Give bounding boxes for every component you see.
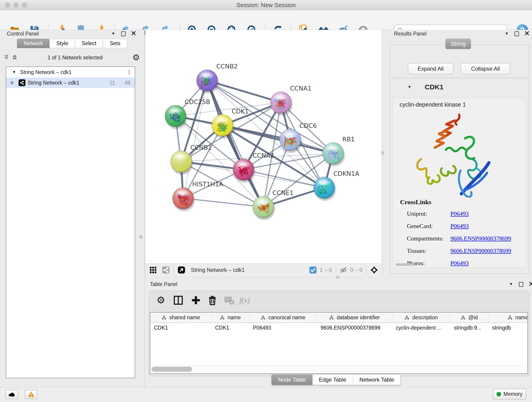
crosslink-compartments-link[interactable]: 9606.ENSP00000378699 (450, 235, 511, 242)
column-header-id[interactable]: @id (450, 313, 488, 322)
network-node-CDKN1A[interactable] (314, 177, 336, 201)
node-label-CCNB1: CCNB1 (190, 144, 212, 151)
results-actions-box: Expand All Collapse All (390, 45, 529, 77)
network-node-CDC25B[interactable] (165, 105, 187, 129)
crosslink-row: Compartments:9606.ENSP00000378699 (407, 232, 521, 245)
results-entry-box: ▼ CDK1 cyclin-dependent kinase 1 (390, 79, 529, 274)
table-row[interactable]: CDK1CDK1P064939606.ENSP00000378699cyclin… (150, 323, 527, 332)
panel-float-icon[interactable] (515, 32, 519, 36)
memory-label: Memory (503, 391, 522, 397)
table-panel-title: Table Panel (150, 281, 177, 287)
node-label-CCNE1: CCNE1 (272, 189, 293, 196)
crosslink-tissues-link[interactable]: 9606.ENSP00000378699 (450, 248, 511, 254)
right-splitter-handle[interactable] (381, 151, 385, 155)
collection-expander-icon[interactable]: ▼ (12, 70, 16, 75)
tab-network[interactable]: Network (17, 39, 50, 48)
toolbar-divider (366, 265, 367, 274)
left-splitter-handle[interactable] (139, 235, 143, 239)
network-node-CCNA1[interactable] (270, 92, 292, 115)
tab-edge-table[interactable]: Edge Table (312, 375, 353, 385)
grid-view-icon[interactable] (149, 266, 157, 274)
column-header-canonical-name[interactable]: canonical name (249, 313, 317, 322)
cloud-icon (8, 392, 16, 397)
network-tree: ▼ String Network – cdk1 1 String Network… (6, 66, 135, 378)
delete-column-icon[interactable] (207, 295, 218, 306)
title-bar: Session: New Session (0, 0, 532, 10)
network-selection-summary: 1 of 1 Network selected (18, 55, 133, 61)
network-node-HIST1H1A[interactable] (172, 187, 195, 211)
table-h-scrollbar-thumb[interactable] (152, 367, 192, 372)
table-h-scrollbar[interactable] (151, 365, 527, 373)
network-node-CDC6[interactable] (280, 129, 302, 153)
collapse-all-button[interactable]: Collapse All (461, 63, 510, 75)
network-node-CCNE1[interactable] (253, 196, 275, 220)
crosslink-uniprot-link[interactable]: P06493 (450, 211, 469, 217)
tab-select[interactable]: Select (75, 39, 103, 48)
cytoscape-window: Session: New Session (0, 0, 532, 402)
network-node-CDK1[interactable] (212, 115, 234, 138)
tab-style[interactable]: Style (50, 39, 75, 48)
panel-float-icon[interactable] (519, 282, 523, 287)
crosslink-row: Uniprot:P06493 (407, 208, 521, 220)
panel-close-icon[interactable] (525, 31, 529, 36)
column-header-description[interactable]: description (392, 313, 450, 322)
network-canvas[interactable]: CCNB2CCNA1CDC25BCDK1CDC6RB1CCNB1CCNA2CDK… (146, 30, 381, 263)
add-column-icon[interactable] (191, 295, 201, 306)
function-builder-icon[interactable]: f(x) (239, 295, 260, 306)
expand-all-button[interactable]: Expand All (408, 63, 453, 75)
fit-content-crosshair-icon[interactable] (370, 266, 378, 274)
tab-node-table[interactable]: Node Table (272, 375, 312, 385)
memory-button[interactable]: Memory (493, 389, 526, 400)
entry-expander-icon[interactable]: ▼ (408, 85, 412, 89)
panel-menu-icon[interactable]: ▼ (111, 32, 115, 36)
collapse-all-networks-icon[interactable] (3, 54, 10, 61)
hidden-elements-icon[interactable] (340, 266, 348, 274)
table-settings-gear-icon[interactable]: ⚙ (156, 295, 166, 306)
edge-CDK1-RB1[interactable] (222, 125, 333, 153)
network-view-title: String Network – cdk1 (191, 267, 245, 273)
main-toolbar: ? (0, 10, 532, 30)
network-node-CCNB2[interactable] (196, 70, 219, 93)
table-cell: 9606.ENSP00000378699 (317, 325, 392, 331)
warnings-button[interactable] (25, 390, 37, 399)
node-table: shared namenamecanonical namedatabase id… (150, 312, 528, 374)
node-label-HIST1H1A: HIST1H1A (192, 181, 223, 188)
results-scrollbar-thumb[interactable] (395, 263, 414, 266)
crosslink-genecard-link[interactable]: P06493 (450, 223, 469, 230)
network-view-toolbar: String Network – cdk1 1 – 0 0 – 0 (146, 263, 381, 276)
tab-network-table[interactable]: Network Table (353, 375, 401, 385)
panel-menu-icon[interactable]: ▼ (509, 282, 513, 287)
tab-string[interactable]: String (445, 38, 471, 49)
birdseye-view-icon[interactable] (177, 266, 185, 274)
network-collection-row[interactable]: ▼ String Network – cdk1 1 (6, 67, 135, 77)
network-options-gear-icon[interactable]: ⚙ (133, 53, 140, 62)
warning-icon (28, 391, 35, 397)
column-header-namespace[interactable]: namespace (488, 313, 528, 322)
crosslink-pharos-link[interactable]: P06493 (450, 260, 469, 267)
panel-menu-icon[interactable]: ▼ (505, 32, 509, 36)
show-columns-icon[interactable] (173, 295, 184, 306)
edge-HIST1H1A-CCNE1[interactable] (183, 198, 263, 207)
column-header-shared-name[interactable]: shared name (150, 313, 211, 322)
entry-description: cyclin-dependent kinase 1 (399, 101, 466, 108)
entry-header[interactable]: ▼ CDK1 (390, 79, 529, 95)
network-share-icon[interactable] (162, 266, 170, 274)
node-label-CDC25B: CDC25B (185, 98, 210, 105)
expand-all-networks-icon[interactable] (12, 54, 18, 61)
column-header-database-identifier[interactable]: database identifier (317, 313, 392, 322)
table-cell: CDK1 (211, 325, 249, 331)
network-row-selected[interactable]: String Network – cdk1 11 48 (6, 77, 135, 88)
node-label-CDC6: CDC6 (299, 122, 317, 129)
network-node-RB1[interactable] (323, 143, 345, 166)
edge-CCNA2-CDKN1A[interactable] (244, 170, 324, 188)
panel-close-icon[interactable] (132, 31, 136, 36)
column-header-name[interactable]: name (211, 313, 249, 322)
tab-sets[interactable]: Sets (103, 39, 127, 48)
panel-close-icon[interactable] (529, 282, 532, 287)
panel-float-icon[interactable] (121, 32, 126, 36)
node-label-CCNB2: CCNB2 (216, 63, 238, 70)
selected-checkbox-icon[interactable] (309, 266, 317, 274)
delete-table-icon[interactable] (224, 295, 234, 306)
cloud-status-button[interactable] (5, 390, 18, 399)
edge-CCNB2-CCNE1[interactable] (207, 80, 263, 207)
